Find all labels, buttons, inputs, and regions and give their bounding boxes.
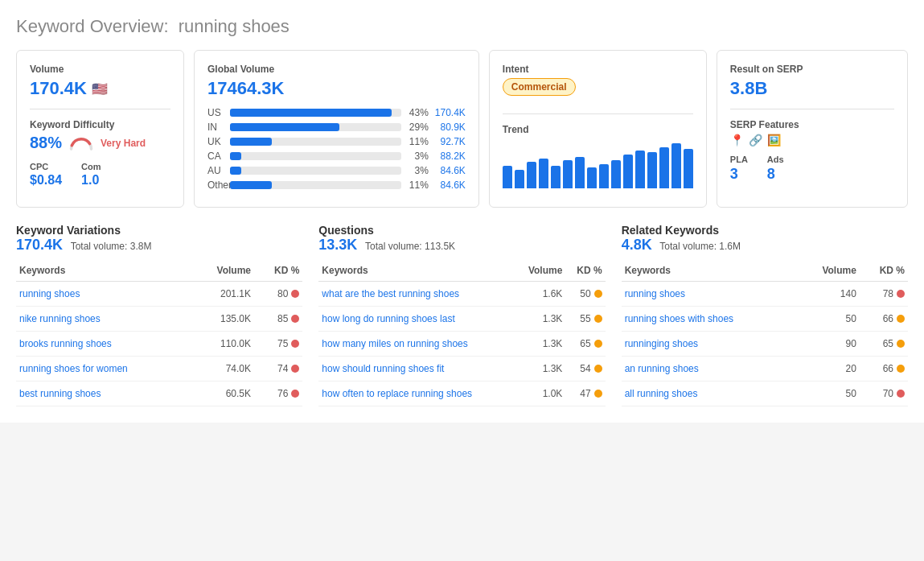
global-value: 17464.3K	[207, 78, 466, 99]
kw-link[interactable]: running shoes with shoes	[625, 313, 733, 324]
questions-section: Questions 13.3K Total volume: 113.5K Key…	[318, 224, 605, 406]
kw-link[interactable]: runninging shoes	[625, 338, 698, 349]
trend-bar	[503, 166, 512, 188]
kd-dot	[594, 315, 602, 323]
kd-cell: 65	[569, 338, 602, 349]
kd-cell-td: 78	[860, 282, 908, 307]
kw-link[interactable]: how should running shoes fit	[322, 363, 444, 374]
kd-cell-td: 65	[860, 332, 908, 357]
volume-cell: 140	[798, 282, 860, 307]
kw-link[interactable]: best running shoes	[19, 388, 101, 399]
kw-link[interactable]: nike running shoes	[19, 313, 101, 324]
bar-track	[230, 167, 401, 175]
bar-num: 80.9K	[433, 122, 466, 133]
kw-link[interactable]: running shoes	[19, 288, 80, 299]
rk-col-volume: Volume	[798, 260, 860, 282]
serp-label: Result on SERP	[730, 64, 894, 75]
table-row: what are the best running shoes 1.6K 50	[318, 282, 605, 307]
table-row: nike running shoes 135.0K 85	[16, 307, 302, 332]
kd-text: Very Hard	[101, 138, 146, 149]
global-label: Global Volume	[207, 64, 466, 75]
kd-dot	[291, 290, 299, 298]
kd-cell: 50	[569, 288, 602, 299]
trend-bar	[671, 143, 681, 188]
trend-bar	[575, 157, 585, 188]
trend-bar	[599, 164, 609, 188]
volume-cell: 20	[798, 357, 860, 382]
kw-cell: an running shoes	[622, 357, 798, 382]
kd-dot	[594, 340, 602, 348]
bar-fill	[230, 123, 339, 131]
volume-value: 170.4K	[30, 78, 87, 99]
kw-link[interactable]: what are the best running shoes	[322, 288, 459, 299]
kw-link[interactable]: all running shoes	[625, 388, 698, 399]
kv-table: Keywords Volume KD % running shoes 201.1…	[16, 260, 302, 406]
kw-link[interactable]: running shoes for women	[19, 363, 128, 374]
kd-cell-td: 65	[565, 332, 605, 357]
rk-total: Total volume: 1.6M	[659, 241, 741, 252]
ads-label: Ads	[767, 155, 784, 164]
q-title: Questions	[318, 224, 605, 237]
us-flag: 🇺🇸	[92, 81, 108, 97]
kv-col-kd: KD %	[254, 260, 302, 282]
volume-cell: 135.0K	[192, 307, 254, 332]
bar-row: UK 11% 92.7K	[207, 136, 466, 147]
kw-cell: nike running shoes	[16, 307, 192, 332]
table-row: how should running shoes fit 1.3K 54	[318, 357, 605, 382]
volume-cell: 110.0K	[192, 332, 254, 357]
kd-dot	[897, 290, 905, 298]
kd-cell: 55	[569, 313, 602, 324]
table-row: running shoes with shoes 50 66	[622, 307, 908, 332]
kv-count: 170.4K	[16, 237, 63, 253]
kd-dot	[291, 365, 299, 373]
kw-link[interactable]: running shoes	[625, 288, 685, 299]
trend-bar	[623, 155, 633, 188]
kd-dot	[594, 365, 602, 373]
kd-dot	[291, 315, 299, 323]
pla-label: PLA	[730, 155, 748, 164]
pla-value: 3	[730, 166, 748, 183]
kd-cell: 65	[863, 338, 905, 349]
q-tbody: what are the best running shoes 1.6K 50 …	[318, 282, 605, 406]
cpc-label: CPC	[30, 162, 62, 171]
kw-cell: running shoes for women	[16, 357, 192, 382]
bar-num: 88.2K	[433, 151, 466, 162]
kv-header: Keyword Variations 170.4K Total volume: …	[16, 224, 302, 254]
location-icon: 📍	[730, 134, 744, 146]
rk-header: Related Keywords 4.8K Total volume: 1.6M	[622, 224, 908, 254]
trend-bar	[527, 162, 536, 188]
bar-fill	[230, 181, 272, 189]
volume-cell: 1.0K	[515, 382, 565, 406]
bar-row: Other 11% 84.6K	[207, 179, 466, 191]
bar-row: US 43% 170.4K	[207, 107, 466, 118]
trend-label: Trend	[503, 124, 693, 135]
bar-pct: 3%	[406, 151, 429, 162]
volume-cell: 201.1K	[192, 282, 254, 307]
trend-bar	[515, 170, 524, 188]
table-row: running shoes for women 74.0K 74	[16, 357, 302, 382]
kd-dot	[291, 390, 299, 398]
kd-cell-td: 74	[254, 357, 302, 382]
intent-card: Intent Commercial Trend	[489, 50, 707, 208]
global-volume-card: Global Volume 17464.3K US 43% 170.4K IN …	[194, 50, 479, 208]
bar-num: 84.6K	[433, 165, 466, 176]
kw-link[interactable]: how many miles on running shoes	[322, 338, 467, 349]
trend-bar	[647, 152, 657, 188]
kw-link[interactable]: an running shoes	[625, 363, 699, 374]
kw-link[interactable]: how often to replace running shoes	[322, 388, 472, 399]
page-title: Keyword Overview: running shoes	[16, 16, 908, 37]
kw-cell: brooks running shoes	[16, 332, 192, 357]
bar-num: 84.6K	[433, 179, 466, 191]
keyword-variations-section: Keyword Variations 170.4K Total volume: …	[16, 224, 302, 406]
kd-cell: 66	[863, 363, 905, 374]
title-prefix: Keyword Overview:	[16, 16, 169, 36]
kw-link[interactable]: brooks running shoes	[19, 338, 112, 349]
kw-link[interactable]: how long do running shoes last	[322, 313, 454, 324]
volume-cell: 50	[798, 307, 860, 332]
bar-country: IN	[207, 122, 225, 133]
rk-count: 4.8K	[622, 237, 652, 253]
volume-cell: 1.3K	[515, 307, 565, 332]
volume-cell: 1.3K	[515, 332, 565, 357]
trend-bar	[635, 151, 645, 188]
bar-fill	[230, 138, 272, 146]
